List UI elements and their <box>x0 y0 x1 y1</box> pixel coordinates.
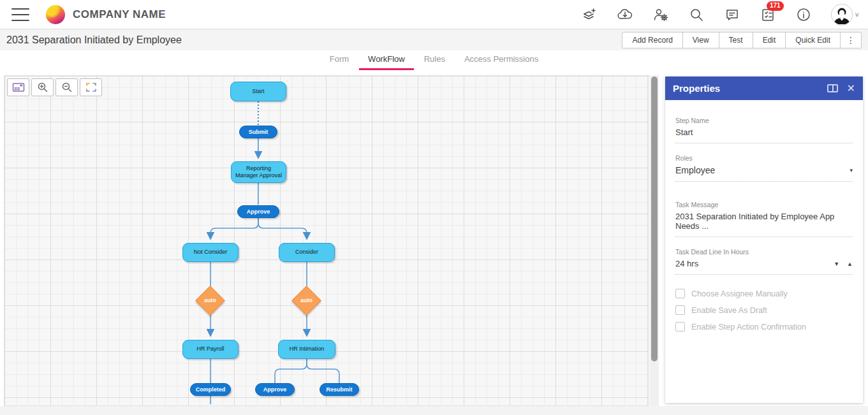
cloud-download-icon[interactable] <box>617 6 633 23</box>
menu-icon[interactable] <box>11 8 29 21</box>
node-approve[interactable]: Approve <box>237 205 279 218</box>
node-resubmit[interactable]: Resubmit <box>320 383 359 396</box>
tab-rules[interactable]: Rules <box>415 50 454 70</box>
workflow-canvas[interactable]: Start Submit Reporting Manager Approval … <box>4 75 649 406</box>
fullscreen-icon[interactable] <box>80 78 102 96</box>
tab-form[interactable]: Form <box>321 50 358 70</box>
node-hr-intimation[interactable]: HR Intimation <box>278 340 335 359</box>
quick-edit-button[interactable]: Quick Edit <box>785 32 841 48</box>
page-title: 2031 Separation Initiated by Employee <box>6 34 182 46</box>
properties-panel: Properties ✕ Step Name Start Roles Emplo… <box>665 76 863 403</box>
split-view-icon[interactable] <box>827 84 838 92</box>
node-submit[interactable]: Submit <box>239 126 277 138</box>
deadline-label: Task Dead Line In Hours <box>675 248 853 256</box>
avatar[interactable] <box>831 4 853 25</box>
step-action-confirmation-checkbox[interactable] <box>675 322 685 331</box>
notification-badge: 171 <box>767 1 784 11</box>
task-message-label: Task Message <box>675 201 853 208</box>
choose-assignee-checkbox-row[interactable]: Choose Assignee Manually <box>675 289 853 298</box>
deadline-value[interactable]: 24 hrs <box>675 259 698 268</box>
chevron-down-icon: ˅ <box>855 11 859 18</box>
tab-bar: Form WorkFlow Rules Access Permissions <box>0 50 868 70</box>
view-button[interactable]: View <box>682 32 719 48</box>
step-action-confirmation-checkbox-row[interactable]: Enable Step Action Confirmation <box>675 322 853 331</box>
company-name: COMPANY NAME <box>73 8 166 21</box>
tab-workflow[interactable]: WorkFlow <box>359 50 414 70</box>
node-approve-2[interactable]: Approve <box>255 383 295 396</box>
roles-dropdown-icon[interactable]: ▾ <box>850 167 853 173</box>
roles-label: Roles <box>675 154 853 162</box>
company-logo <box>46 5 65 24</box>
search-icon[interactable] <box>688 6 705 23</box>
tab-access-permissions[interactable]: Access Permissions <box>455 50 547 70</box>
properties-title: Properties <box>673 83 720 94</box>
node-not-consider[interactable]: Not Consider <box>182 243 239 262</box>
canvas-toolbar <box>7 78 102 96</box>
chat-icon[interactable] <box>724 6 740 23</box>
step-name-label: Step Name <box>675 117 853 124</box>
save-as-draft-checkbox-row[interactable]: Enable Save As Draft <box>675 305 853 315</box>
task-message-field[interactable]: Task Message 2031 Separation Initiated b… <box>675 201 853 237</box>
layers-add-icon[interactable] <box>581 6 598 23</box>
zoom-out-icon[interactable] <box>55 78 78 96</box>
options-checkboxes: Choose Assignee Manually Enable Save As … <box>675 289 853 331</box>
task-message-value[interactable]: 2031 Separation Initiated by Employee Ap… <box>675 212 853 231</box>
roles-value[interactable]: Employee <box>675 165 715 175</box>
edit-button[interactable]: Edit <box>753 32 786 48</box>
step-action-confirmation-label: Enable Step Action Confirmation <box>691 323 806 331</box>
record-header: 2031 Separation Initiated by Employee Ad… <box>0 29 868 50</box>
app-top-bar: COMPANY NAME 171 <box>0 0 868 29</box>
canvas-scrollbar[interactable] <box>650 75 659 406</box>
zoom-in-icon[interactable] <box>31 78 54 96</box>
save-as-draft-checkbox[interactable] <box>675 305 685 315</box>
user-settings-icon[interactable] <box>652 6 669 23</box>
info-icon[interactable] <box>795 6 812 23</box>
main-content: Start Submit Reporting Manager Approval … <box>0 70 868 406</box>
tasks-icon[interactable]: 171 <box>760 6 776 23</box>
scrollbar-thumb[interactable] <box>651 76 658 361</box>
add-record-button[interactable]: Add Record <box>622 32 682 48</box>
step-name-value[interactable]: Start <box>675 127 853 137</box>
record-actions: Add Record View Test Edit Quick Edit ⋮ <box>622 32 862 48</box>
deadline-increase-icon[interactable]: ▲ <box>847 261 853 267</box>
user-menu[interactable]: ˅ <box>831 4 859 25</box>
more-actions-icon[interactable]: ⋮ <box>840 32 862 48</box>
node-completed[interactable]: Completed <box>190 383 231 396</box>
step-name-field[interactable]: Step Name Start <box>675 117 853 143</box>
deadline-field[interactable]: Task Dead Line In Hours 24 hrs ▼ ▲ <box>675 248 853 275</box>
roles-field[interactable]: Roles Employee ▾ <box>675 154 853 182</box>
node-start[interactable]: Start <box>230 82 286 101</box>
overview-icon[interactable] <box>7 78 29 96</box>
choose-assignee-label: Choose Assignee Manually <box>691 289 788 298</box>
choose-assignee-checkbox[interactable] <box>675 289 685 298</box>
node-reporting-manager-approval[interactable]: Reporting Manager Approval <box>231 161 286 183</box>
save-as-draft-label: Enable Save As Draft <box>691 306 767 315</box>
properties-header: Properties ✕ <box>665 76 863 100</box>
node-consider[interactable]: Consider <box>279 243 335 262</box>
test-button[interactable]: Test <box>719 32 753 48</box>
close-icon[interactable]: ✕ <box>847 84 855 94</box>
deadline-decrease-icon[interactable]: ▼ <box>834 261 839 267</box>
node-hr-payroll[interactable]: HR Payroll <box>182 340 239 359</box>
